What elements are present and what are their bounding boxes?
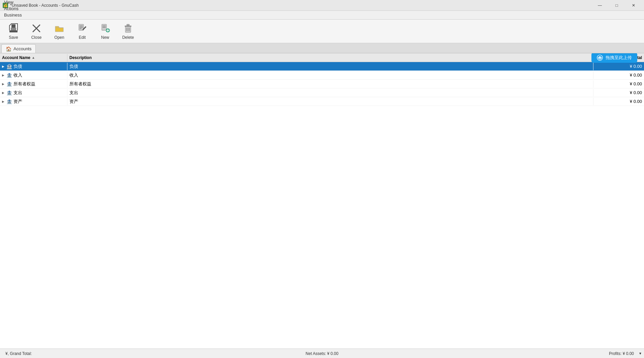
main-content: Account Name ▲ Description Total 拖拽至此上传 — [0, 53, 644, 349]
expand-arrow-icon: ▶ — [2, 74, 4, 77]
table-row[interactable]: ▶ 🏦 所有者权益 所有者权益 ¥ 0.00 — [0, 80, 644, 88]
close-toolbar-button[interactable]: Close — [26, 21, 47, 42]
account-name-text: 所有者权益 — [13, 81, 35, 87]
svg-rect-8 — [80, 28, 82, 29]
account-name-cell: ▶ 🏦 收入 — [0, 72, 67, 79]
account-desc-cell: 收入 — [67, 72, 593, 79]
account-name-text: 支出 — [13, 90, 22, 96]
svg-rect-11 — [102, 27, 106, 28]
accounts-tab[interactable]: 🏠 Accounts — [1, 44, 36, 53]
window-controls: — □ ✕ — [592, 0, 641, 11]
account-total-cell: ¥ 0.00 — [593, 63, 644, 70]
toolbar: Save Close Open Edit — [0, 20, 644, 43]
account-type-icon: 🏦 — [6, 73, 12, 78]
account-name-cell: ▶ 🏦 支出 — [0, 89, 67, 97]
profits-value: ¥ 0.00 — [623, 351, 634, 356]
accounts-table: ▶ 🏦 负债 负债 ¥ 0.00 ▶ 🏦 收入 收入 ¥ 0.00 ▶ 🏦 所有… — [0, 62, 644, 349]
account-name-cell: ▶ 🏦 资产 — [0, 98, 67, 105]
svg-rect-7 — [80, 27, 83, 28]
expand-arrow-icon: ▶ — [2, 91, 4, 94]
upload-button[interactable]: 拖拽至此上传 — [591, 53, 637, 63]
account-type-icon: 🏦 — [6, 81, 12, 87]
account-desc-text: 所有者权益 — [69, 81, 91, 86]
sort-arrow-icon: ▲ — [32, 56, 35, 59]
expand-arrow-icon: ▶ — [2, 82, 4, 86]
open-button[interactable]: Open — [49, 21, 70, 42]
table-row[interactable]: ▶ 🏦 资产 资产 ¥ 0.00 — [0, 97, 644, 106]
svg-rect-0 — [9, 30, 18, 32]
delete-button[interactable]: Delete — [117, 21, 139, 42]
net-assets: Net Assets: ¥ 0.00 — [306, 351, 338, 356]
account-total-cell: ¥ 0.00 — [593, 81, 644, 87]
account-desc-text: 负债 — [69, 64, 78, 69]
account-name-text: 收入 — [13, 72, 22, 78]
expand-arrow-icon: ▶ — [2, 100, 4, 103]
grand-total: ¥, Grand Total: — [5, 351, 32, 356]
svg-rect-6 — [80, 26, 83, 26]
account-desc-text: 支出 — [69, 90, 78, 95]
account-total-cell: ¥ 0.00 — [593, 72, 644, 78]
close-button[interactable]: ✕ — [626, 0, 641, 11]
upload-button-label: 拖拽至此上传 — [606, 55, 632, 61]
account-total-text: ¥ 0.00 — [630, 90, 642, 95]
col-account-name-header: Account Name ▲ — [0, 54, 67, 61]
edit-label: Edit — [79, 35, 86, 40]
account-type-icon: 🏦 — [6, 99, 12, 104]
account-total-text: ¥ 0.00 — [630, 99, 642, 104]
menu-item-business[interactable]: Business — [1, 12, 25, 18]
status-bar: ¥, Grand Total: Net Assets: ¥ 0.00 Profi… — [0, 349, 644, 358]
close-label: Close — [31, 35, 42, 40]
account-total-cell: ¥ 0.00 — [593, 98, 644, 105]
net-assets-label: Net Assets: — [306, 351, 326, 356]
account-desc-text: 收入 — [69, 73, 78, 78]
profits-label: Profits: — [609, 351, 621, 356]
account-total-text: ¥ 0.00 — [630, 81, 642, 86]
net-assets-value: ¥ 0.00 — [327, 351, 338, 356]
status-scroll-icon[interactable]: ▼ — [639, 352, 642, 355]
account-total-text: ¥ 0.00 — [630, 73, 642, 78]
maximize-button[interactable]: □ — [609, 0, 624, 11]
svg-rect-17 — [127, 24, 129, 26]
account-name-text: 负债 — [13, 63, 22, 70]
account-total-cell: ¥ 0.00 — [593, 89, 644, 96]
account-desc-cell: 资产 — [67, 98, 593, 105]
minimize-button[interactable]: — — [592, 0, 608, 11]
accounts-tab-icon: 🏠 — [6, 46, 11, 52]
tab-bar: 🏠 Accounts — [0, 43, 644, 53]
svg-rect-10 — [102, 26, 106, 26]
account-desc-cell: 负债 — [67, 63, 593, 70]
edit-button[interactable]: Edit — [71, 21, 93, 42]
account-name-cell: ▶ 🏦 负债 — [0, 63, 67, 70]
menu-item-actions[interactable]: Actions — [1, 5, 25, 12]
save-button[interactable]: Save — [3, 21, 24, 42]
account-desc-text: 资产 — [69, 99, 78, 104]
title-bar: 💰 *Unsaved Book - Accounts - GnuCash — □… — [0, 0, 644, 11]
new-label: New — [101, 35, 109, 40]
account-desc-cell: 支出 — [67, 89, 593, 97]
account-name-cell: ▶ 🏦 所有者权益 — [0, 80, 67, 88]
delete-label: Delete — [122, 35, 134, 40]
svg-rect-2 — [11, 28, 16, 30]
account-total-text: ¥ 0.00 — [630, 64, 642, 69]
svg-rect-1 — [11, 24, 16, 28]
account-desc-cell: 所有者权益 — [67, 80, 593, 88]
menu-item-view[interactable]: View — [1, 0, 25, 5]
profits: Profits: ¥ 0.00 — [609, 351, 634, 356]
account-type-icon: 🏦 — [6, 64, 12, 69]
table-row[interactable]: ▶ 🏦 收入 收入 ¥ 0.00 — [0, 71, 644, 80]
new-button[interactable]: New — [94, 21, 116, 42]
table-row[interactable]: ▶ 🏦 负债 负债 ¥ 0.00 — [0, 62, 644, 71]
open-label: Open — [54, 35, 64, 40]
table-header: Account Name ▲ Description Total 拖拽至此上传 — [0, 53, 644, 62]
save-label: Save — [9, 35, 18, 40]
account-type-icon: 🏦 — [6, 90, 12, 95]
accounts-tab-label: Accounts — [13, 46, 31, 51]
expand-arrow-icon: ▶ — [2, 65, 4, 68]
col-description-header: Description — [67, 54, 593, 61]
account-name-text: 资产 — [13, 99, 22, 105]
menu-bar: FileEditViewActionsBusinessReportsToolsW… — [0, 11, 644, 20]
table-row[interactable]: ▶ 🏦 支出 支出 ¥ 0.00 — [0, 88, 644, 97]
